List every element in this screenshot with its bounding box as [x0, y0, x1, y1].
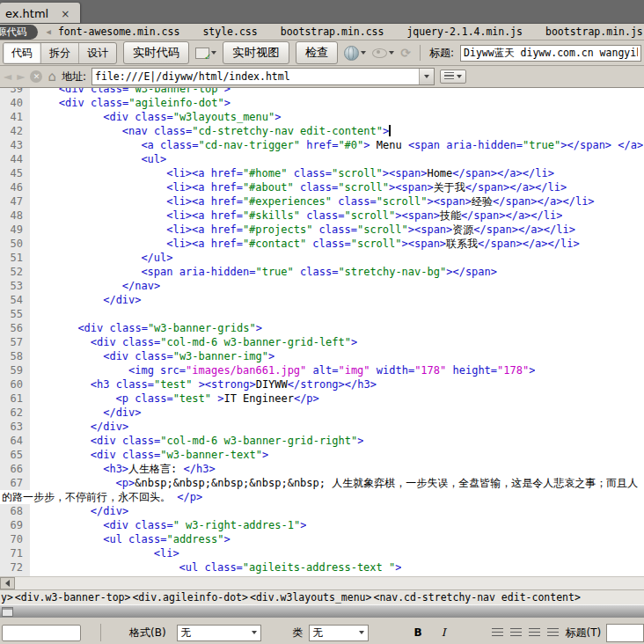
- code-line[interactable]: 65<div class="w3-banner-text">: [0, 448, 644, 462]
- tag-path-item[interactable]: <div.w3layouts_menu>: [250, 591, 371, 604]
- tag-selector-bar: y><div.w3-banner-top><div.agileinfo-dot>…: [0, 589, 644, 604]
- code-line[interactable]: 67<p>&nbsp;&nbsp;&nbsp;&nbsp;&nbsp; 人生就象…: [0, 476, 644, 490]
- code-line[interactable]: 52<span aria-hidden="true" class="stretc…: [0, 265, 644, 279]
- horizontal-scrollbar[interactable]: [0, 576, 644, 589]
- related-file[interactable]: style.css: [202, 26, 257, 38]
- code-line[interactable]: 60<h3 class="test" ><strong>DIYWW</stron…: [0, 377, 644, 392]
- code-line[interactable]: 63</div>: [0, 420, 644, 434]
- line-number: 49: [0, 223, 30, 237]
- address-dropdown-button[interactable]: [419, 69, 434, 84]
- file-management-button[interactable]: [440, 70, 466, 84]
- address-input[interactable]: [92, 69, 419, 84]
- line-number: 47: [0, 194, 30, 209]
- code-text: </div>: [30, 293, 142, 307]
- prop-title-input[interactable]: [606, 624, 644, 642]
- code-view[interactable]: 39<div class="w3-banner-top">40<div clas…: [0, 88, 644, 589]
- code-lines[interactable]: 39<div class="w3-banner-top">40<div clas…: [0, 88, 644, 576]
- code-line[interactable]: 72<ul class="agileits-address-text ">: [0, 560, 644, 574]
- code-line[interactable]: 59<img src="images/ban661.jpg" alt="img"…: [0, 363, 644, 377]
- code-line[interactable]: 48<li><a href="#skills" class="scroll"><…: [0, 209, 644, 223]
- chevron-down-icon: [359, 631, 364, 634]
- code-line[interactable]: 51</ul>: [0, 251, 644, 265]
- code-line[interactable]: 39<div class="w3-banner-top">: [0, 88, 644, 96]
- tag-path-item[interactable]: <div.w3-banner-top>: [15, 591, 131, 604]
- format-dropdown[interactable]: 无: [177, 625, 261, 641]
- code-line[interactable]: 70<ul class="address">: [0, 532, 644, 546]
- preview-in-browser-button[interactable]: [344, 46, 366, 61]
- related-file[interactable]: font-awesome.min.css: [58, 26, 179, 38]
- code-line[interactable]: 58<div class="w3-banner-img">: [0, 349, 644, 363]
- scrollbar-left-arrow[interactable]: [0, 577, 15, 589]
- code-line[interactable]: 66<h3>人生格言: </h3>: [0, 462, 644, 476]
- related-files-list: font-awesome.min.cssstyle.cssbootstrap.m…: [58, 26, 644, 38]
- validate-button[interactable]: [372, 48, 394, 58]
- ordered-list-icon[interactable]: [510, 628, 522, 638]
- related-file[interactable]: jquery-2.1.4.min.js: [406, 26, 523, 38]
- code-line[interactable]: 53</nav>: [0, 279, 644, 293]
- document-tab[interactable]: ex.html ×: [0, 3, 80, 23]
- forward-icon[interactable]: ►: [17, 70, 25, 83]
- refresh-icon[interactable]: ⟳: [400, 46, 411, 60]
- code-line[interactable]: 61<p class="test" >IT Engineer</p>: [0, 392, 644, 406]
- code-line[interactable]: 71<li>: [0, 546, 644, 560]
- code-text: <div class="w3-banner-text">: [30, 448, 268, 462]
- code-line[interactable]: 43<a class="cd-nav-trigger" href="#0"> M…: [0, 138, 644, 152]
- line-number: 71: [0, 546, 30, 560]
- line-number: 59: [0, 363, 30, 377]
- line-number: 72: [0, 560, 30, 574]
- scroll-left-icon[interactable]: ◀: [47, 27, 51, 36]
- related-file[interactable]: bootstrap.min.js: [545, 26, 643, 38]
- divider: [420, 45, 421, 61]
- code-line[interactable]: 46<li><a href="#about" class="scroll"><s…: [0, 180, 644, 194]
- code-line[interactable]: 69<div class=" w3-right-addres-1">: [0, 518, 644, 532]
- live-code-options-button[interactable]: [195, 48, 216, 59]
- code-line-wrap[interactable]: 的路一步步，不停前行，永不回头。 </p>: [0, 490, 644, 504]
- class-dropdown[interactable]: 无: [309, 625, 369, 641]
- view-button-设计[interactable]: 设计: [79, 43, 116, 63]
- monitor-check-icon: [195, 48, 209, 59]
- live-view-button[interactable]: 实时视图: [223, 41, 289, 64]
- tag-path-item[interactable]: <nav.cd-stretchy-nav edit-content>: [373, 591, 580, 604]
- bold-button[interactable]: B: [411, 626, 426, 640]
- code-line[interactable]: 64<div class="col-md-6 w3-banner-grid-ri…: [0, 434, 644, 448]
- view-button-拆分[interactable]: 拆分: [41, 43, 79, 63]
- property-selector-box[interactable]: [2, 625, 81, 641]
- code-line[interactable]: 42<nav class="cd-stretchy-nav edit-conte…: [0, 124, 644, 138]
- tag-path-item[interactable]: <div.agileinfo-dot>: [132, 591, 248, 604]
- code-text: <div class="agileinfo-dot">: [30, 96, 231, 110]
- line-number: 60: [0, 377, 30, 392]
- tag-path-item[interactable]: y>: [1, 591, 13, 604]
- view-button-代码[interactable]: 代码: [4, 43, 41, 63]
- code-line[interactable]: 56<div class="w3-banner-grids">: [0, 321, 644, 335]
- home-icon[interactable]: ⌂: [48, 69, 56, 84]
- stop-icon[interactable]: ✕: [30, 70, 42, 83]
- close-icon[interactable]: ×: [61, 8, 70, 20]
- code-line[interactable]: 44<ul>: [0, 152, 644, 166]
- code-line[interactable]: 49<li><a href="#projects" class="scroll"…: [0, 223, 644, 237]
- code-text: <span aria-hidden="true" class="stretchy…: [30, 265, 497, 279]
- code-line[interactable]: 55: [0, 307, 644, 321]
- outdent-icon[interactable]: [529, 628, 540, 638]
- related-file[interactable]: bootstrap.min.css: [281, 26, 384, 38]
- italic-button[interactable]: I: [438, 626, 450, 640]
- code-text: <img src="images/ban661.jpg" alt="img" w…: [30, 363, 535, 377]
- back-icon[interactable]: ◄: [4, 70, 11, 83]
- code-line[interactable]: 68</div>: [0, 504, 644, 518]
- document-title-input[interactable]: [460, 45, 641, 62]
- code-line[interactable]: 40<div class="agileinfo-dot">: [0, 96, 644, 110]
- code-text: <ul class="agileits-address-text ">: [30, 560, 401, 574]
- code-line[interactable]: 45<li><a href="#home" class="scroll"><sp…: [0, 166, 644, 180]
- code-line[interactable]: 54</div>: [0, 293, 644, 307]
- divider: [100, 624, 101, 641]
- code-line[interactable]: 62</div>: [0, 406, 644, 420]
- code-line[interactable]: 50<li><a href="#contact" class="scroll">…: [0, 237, 644, 251]
- source-code-button[interactable]: 源代码: [0, 25, 38, 40]
- code-line[interactable]: 57<div class="col-md-6 w3-banner-grid-le…: [0, 335, 644, 349]
- properties-panel-header[interactable]: [0, 604, 644, 618]
- code-line[interactable]: 41<div class="w3layouts_menu">: [0, 110, 644, 124]
- indent-icon[interactable]: [547, 628, 559, 638]
- code-line[interactable]: 47<li><a href="#experiences" class="scro…: [0, 194, 644, 209]
- live-code-button[interactable]: 实时代码: [123, 41, 189, 64]
- inspect-button[interactable]: 检查: [296, 41, 339, 64]
- unordered-list-icon[interactable]: [492, 628, 503, 638]
